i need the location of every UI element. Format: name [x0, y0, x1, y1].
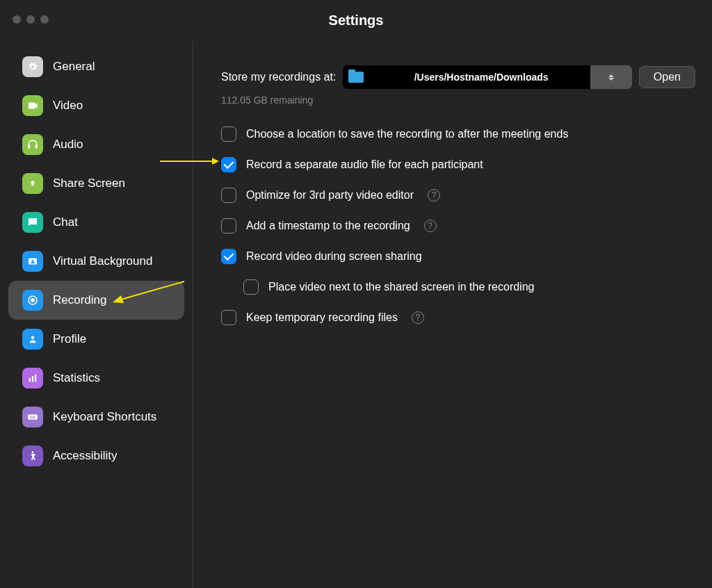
sidebar-item-video[interactable]: Video	[8, 86, 184, 125]
sidebar-item-label: Keyboard Shortcuts	[53, 410, 156, 424]
sidebar-item-audio[interactable]: Audio	[8, 125, 184, 164]
option-label: Keep temporary recording files	[246, 311, 398, 324]
help-icon[interactable]: ?	[424, 220, 437, 232]
checkbox-timestamp[interactable]	[221, 218, 236, 234]
svg-rect-5	[29, 378, 31, 382]
option-label: Add a timestamp to the recording	[246, 220, 410, 232]
svg-rect-8	[28, 414, 38, 420]
video-icon	[22, 95, 43, 116]
sidebar-item-share-screen[interactable]: Share Screen	[8, 164, 184, 203]
maximize-window-button[interactable]	[40, 15, 49, 24]
profile-icon	[22, 329, 43, 350]
checkbox-choose-location[interactable]	[221, 126, 236, 142]
checkbox-keep-temp[interactable]	[221, 310, 236, 325]
option-label: Record video during screen sharing	[246, 250, 422, 263]
main-panel: Store my recordings at: /Users/Hostname/…	[193, 40, 712, 588]
checkbox-separate-audio[interactable]	[221, 157, 236, 172]
sidebar-item-label: Accessibility	[53, 449, 118, 463]
sidebar-item-label: Chat	[53, 215, 78, 229]
headphones-icon	[22, 134, 43, 155]
chat-icon	[22, 212, 43, 233]
svg-rect-6	[32, 376, 33, 382]
checkbox-place-video-next[interactable]	[243, 279, 259, 295]
sidebar-item-label: Profile	[53, 332, 86, 346]
option-label: Record a separate audio file for each pa…	[246, 158, 483, 171]
sidebar-item-label: Recording	[53, 293, 107, 307]
sidebar-item-label: General	[53, 60, 95, 74]
svg-rect-9	[30, 416, 31, 417]
svg-point-1	[32, 260, 34, 262]
open-button[interactable]: Open	[639, 66, 695, 88]
path-stepper[interactable]	[590, 65, 632, 89]
svg-point-4	[31, 336, 35, 340]
minimize-window-button[interactable]	[26, 15, 35, 24]
sidebar-item-recording[interactable]: Recording	[8, 281, 184, 320]
recording-icon	[22, 290, 43, 311]
window-title: Settings	[0, 13, 712, 28]
close-window-button[interactable]	[13, 15, 21, 24]
window-controls	[13, 15, 49, 24]
recording-path-select[interactable]: /Users/Hostname/Downloads	[343, 65, 631, 89]
store-location-label: Store my recordings at:	[221, 71, 336, 83]
sidebar-item-accessibility[interactable]: Accessibility	[8, 436, 184, 475]
sidebar-item-label: Video	[53, 99, 83, 113]
virtual-background-icon	[22, 251, 43, 272]
svg-rect-13	[30, 418, 35, 418]
svg-point-3	[31, 298, 35, 302]
option-label: Optimize for 3rd party video editor	[246, 189, 414, 202]
checkbox-optimize[interactable]	[221, 188, 236, 203]
keyboard-icon	[22, 407, 43, 427]
sidebar-item-label: Virtual Background	[53, 254, 152, 268]
svg-rect-10	[31, 416, 33, 417]
sidebar-item-label: Statistics	[53, 371, 100, 385]
folder-icon	[348, 72, 364, 83]
svg-rect-11	[33, 416, 34, 417]
svg-rect-12	[34, 416, 35, 417]
sidebar-item-profile[interactable]: Profile	[8, 320, 184, 359]
share-screen-icon	[22, 173, 43, 194]
checkbox-record-video-sharing[interactable]	[221, 249, 236, 264]
svg-rect-7	[35, 375, 36, 382]
sidebar-item-statistics[interactable]: Statistics	[8, 359, 184, 398]
storage-remaining: 112.05 GB remaining	[221, 95, 695, 106]
help-icon[interactable]: ?	[428, 189, 440, 202]
option-label: Choose a location to save the recording …	[246, 128, 568, 140]
help-icon[interactable]: ?	[412, 311, 424, 324]
gear-icon	[22, 56, 43, 77]
sidebar-item-label: Audio	[53, 138, 83, 152]
titlebar: Settings	[0, 0, 712, 40]
svg-point-14	[32, 451, 34, 453]
sidebar-item-label: Share Screen	[53, 177, 125, 190]
option-label: Place video next to the shared screen in…	[268, 281, 534, 293]
statistics-icon	[22, 368, 43, 389]
sidebar: General Video Audio Share Screen Chat	[0, 40, 193, 588]
sidebar-item-virtual-background[interactable]: Virtual Background	[8, 242, 184, 281]
sidebar-item-keyboard-shortcuts[interactable]: Keyboard Shortcuts	[8, 398, 184, 436]
sidebar-item-chat[interactable]: Chat	[8, 203, 184, 242]
accessibility-icon	[22, 446, 43, 466]
sidebar-item-general[interactable]: General	[8, 47, 184, 86]
recording-path-text: /Users/Hostname/Downloads	[372, 72, 590, 83]
